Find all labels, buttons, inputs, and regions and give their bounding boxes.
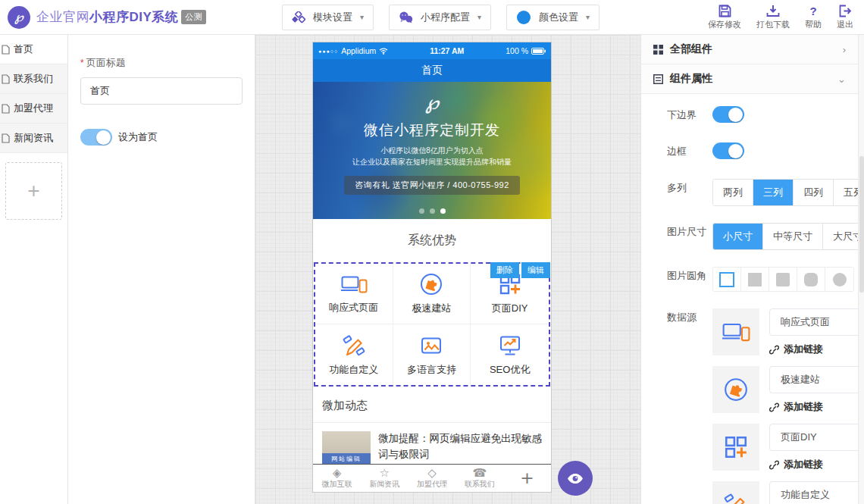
miniprogram-config-menu[interactable]: 小程序配置 ▾ [389, 5, 491, 30]
grid-cell-custom[interactable]: 功能自定义 [315, 324, 393, 385]
all-components-header[interactable]: 全部组件 › [641, 35, 858, 64]
color-settings-menu[interactable]: 颜色设置 ▾ [506, 5, 599, 30]
grid-cell-label: 极速建站 [412, 302, 451, 315]
prop-data-source: 数据源 添加链接 [667, 308, 858, 504]
add-link-button[interactable]: 添加链接 [769, 343, 858, 356]
banner-subtitle-line2: 让企业以及商家在短时间里实现提升品牌和销量 [352, 158, 512, 166]
tab-contact[interactable]: ☎ 联系我们 [455, 465, 503, 492]
data-source-row: 添加链接 [712, 481, 858, 504]
set-home-toggle[interactable] [80, 129, 112, 146]
data-source-title-input[interactable] [769, 366, 858, 393]
carousel-dot-active[interactable] [440, 208, 446, 214]
tab-weijia[interactable]: ◈ 微加互联 [313, 465, 361, 492]
download-icon [766, 5, 780, 17]
prop-label: 多列 [667, 179, 712, 195]
banner-subtitle-line1: 小程序以微信8亿用户为切入点 [380, 146, 484, 155]
phone-nav-bar: 首页 [313, 59, 551, 82]
color-dot-icon [516, 10, 531, 25]
prop-columns: 多列 两列 三列 四列 五列 [667, 179, 858, 206]
prop-label: 边框 [667, 142, 712, 158]
banner-slide[interactable]: ℘ 微信小程序定制开发 小程序以微信8亿用户为切入点让企业以及商家在短时间里实现… [313, 82, 551, 219]
carrier-label: Applidium [341, 46, 376, 55]
help-icon: ? [809, 5, 816, 17]
tab-label: 微加互联 [321, 479, 352, 490]
selected-component-grid[interactable]: 删除 编辑 响应式页面 极速建站 页面DIY 功能自定义 [314, 262, 550, 387]
sidebar-item-news[interactable]: 新闻资讯 [0, 124, 67, 153]
weijia-icon: ◈ [333, 467, 342, 479]
columns-option-5[interactable]: 五列 [834, 180, 858, 205]
banner-cta-button[interactable]: 咨询有礼 送官网小程序 / 400-0755-992 [344, 176, 520, 195]
grid-cell-seo[interactable]: SEO优化 [471, 324, 549, 385]
sidebar-item-home[interactable]: 首页 [0, 35, 67, 64]
radius-option-square[interactable] [741, 268, 769, 291]
news-item-title: 微加提醒：网页编辑应避免出现敏感词与极限词 [378, 431, 542, 465]
grid-cell-responsive[interactable]: 响应式页面 [315, 264, 393, 324]
color-settings-label: 颜色设置 [539, 11, 578, 24]
star-icon: ☆ [379, 467, 389, 479]
data-source-title-input[interactable] [769, 424, 858, 451]
tab-label: 新闻资讯 [369, 479, 399, 490]
preview-button[interactable] [558, 461, 593, 496]
inspector-scrollbar[interactable] [858, 35, 864, 504]
page-title-input[interactable] [80, 77, 243, 105]
exit-button[interactable]: 退出 [837, 5, 853, 30]
grid-cell-speed[interactable]: 极速建站 [393, 264, 471, 324]
modules-icon [292, 11, 305, 23]
radius-option-circle[interactable] [825, 268, 853, 291]
custom-function-icon [712, 481, 759, 504]
prop-label: 数据源 [667, 308, 712, 324]
carousel-dot[interactable] [430, 208, 435, 214]
app-title-primary: 企业官网 [36, 10, 89, 24]
tab-label: 加盟代理 [417, 479, 447, 490]
add-link-button[interactable]: 添加链接 [769, 458, 858, 471]
module-settings-menu[interactable]: 模块设置 ▾ [282, 5, 374, 30]
carousel-dots [313, 208, 551, 214]
tab-agent[interactable]: ◇ 加盟代理 [409, 465, 456, 492]
bottom-border-toggle[interactable] [712, 106, 744, 123]
image-size-large[interactable]: 大尺寸 [823, 224, 858, 249]
add-link-button[interactable]: 添加链接 [769, 400, 858, 414]
sidebar-item-agent[interactable]: 加盟代理 [0, 94, 67, 124]
component-props-header[interactable]: 组件属性 ⌄ [641, 64, 858, 94]
columns-option-3-selected[interactable]: 三列 [753, 180, 794, 205]
image-size-medium[interactable]: 中等尺寸 [763, 224, 823, 249]
sidebar-item-contact[interactable]: 联系我们 [0, 64, 67, 94]
tab-news[interactable]: ☆ 新闻资讯 [361, 465, 409, 492]
columns-option-4[interactable]: 四列 [794, 180, 834, 205]
app-title: 企业官网小程序DIY系统公测 [36, 8, 206, 26]
image-size-small-selected[interactable]: 小尺寸 [713, 224, 763, 249]
delete-component-button[interactable]: 删除 [490, 262, 519, 278]
help-button[interactable]: ? 帮助 [805, 5, 822, 30]
download-button[interactable]: 打包下载 [756, 5, 790, 30]
columns-segmented: 两列 三列 四列 五列 [712, 179, 858, 206]
toggle-knob [728, 108, 743, 122]
edit-component-button[interactable]: 编辑 [521, 262, 550, 278]
columns-option-2[interactable]: 两列 [713, 180, 753, 205]
page-icon [2, 74, 10, 84]
data-source-row: 添加链接 [712, 366, 858, 414]
set-home-row: 设为首页 [80, 129, 243, 146]
data-source-title-input[interactable] [769, 308, 858, 336]
set-home-label: 设为首页 [118, 130, 158, 144]
radius-option-rounded-sm[interactable] [769, 268, 797, 291]
page-settings-panel: *页面标题 设为首页 [68, 35, 255, 504]
exit-label: 退出 [837, 19, 853, 30]
fast-build-icon [419, 272, 443, 296]
grid-cell-language[interactable]: 多语言支持 [393, 324, 471, 385]
radius-option-none-selected[interactable] [713, 268, 741, 291]
all-components-title: 全部组件 [670, 42, 712, 56]
radius-option-rounded-lg[interactable] [797, 268, 825, 291]
add-page-button[interactable]: + [5, 162, 62, 220]
page-title-label-text: 页面标题 [86, 57, 126, 68]
border-toggle[interactable] [712, 142, 744, 159]
prop-image-size: 图片尺寸 小尺寸 中等尺寸 大尺寸 [667, 223, 858, 250]
scrollbar-thumb[interactable] [859, 156, 864, 293]
tab-add[interactable]: + [503, 465, 551, 492]
data-source-row: 添加链接 [712, 308, 858, 356]
page-list-sidebar: 首页 联系我们 加盟代理 新闻资讯 + [0, 35, 68, 504]
save-button[interactable]: 保存修改 [708, 5, 741, 30]
inspector-panel: 全部组件 › 组件属性 ⌄ 下边界 边框 多列 两列 三列 [640, 35, 858, 504]
grid-cell-label: SEO优化 [490, 363, 530, 377]
data-source-title-input[interactable] [769, 481, 858, 504]
carousel-dot[interactable] [419, 208, 424, 214]
